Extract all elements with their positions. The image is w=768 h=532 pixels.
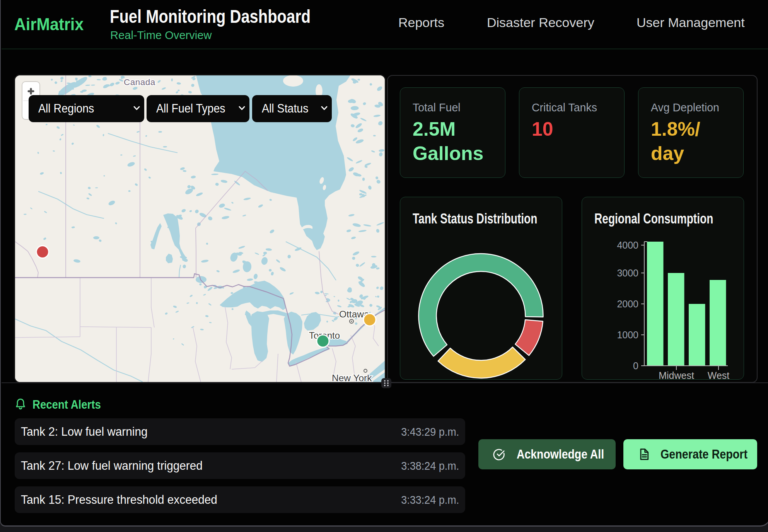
svg-text:New York: New York — [332, 373, 372, 382]
svg-text:West: West — [708, 370, 730, 380]
svg-text:3000: 3000 — [617, 268, 638, 278]
svg-text:2000: 2000 — [617, 298, 638, 309]
svg-text:1000: 1000 — [617, 329, 638, 340]
svg-text:0: 0 — [633, 360, 638, 371]
svg-text:Canada: Canada — [124, 77, 155, 87]
svg-text:4000: 4000 — [617, 240, 638, 251]
svg-text:Midwest: Midwest — [659, 370, 694, 380]
